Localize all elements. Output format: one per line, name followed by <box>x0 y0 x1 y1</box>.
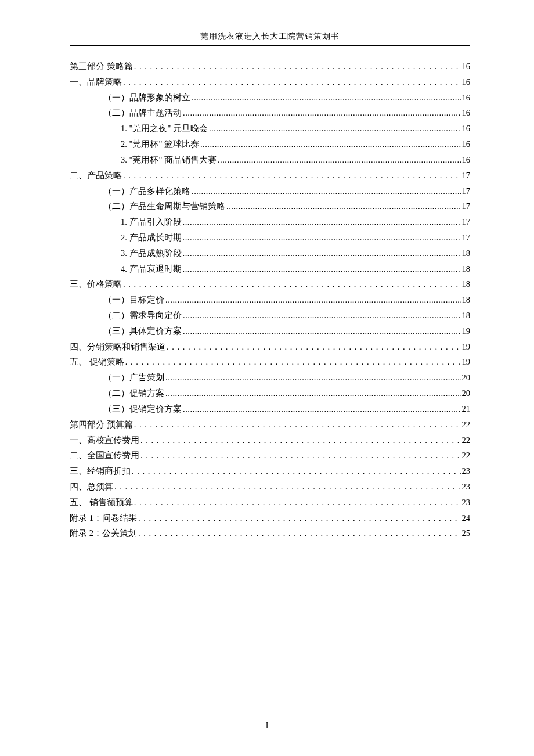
toc-entry-label: （一）产品多样化策略 <box>103 183 190 199</box>
toc-entry: （二）需求导向定价18 <box>70 308 470 323</box>
toc-entry-page: 17 <box>462 199 471 214</box>
toc-leader-dots <box>165 370 461 386</box>
toc-entry-label: （二）产品生命周期与营销策略 <box>103 199 225 214</box>
toc-entry-label: 附录 2：公关策划 <box>70 525 137 541</box>
toc-entry-label: 二、产品策略 <box>70 168 122 183</box>
toc-entry-label: 一、高校宣传费用 <box>70 433 139 448</box>
toc-leader-dots <box>138 510 461 526</box>
toc-entry-label: （一）品牌形象的树立 <box>103 90 190 106</box>
toc-entry-label: 三、经销商折扣 <box>70 463 131 479</box>
toc-entry-page: 16 <box>462 74 471 90</box>
toc-entry: 四、总预算23 <box>70 479 470 495</box>
toc-entry: 一、品牌策略16 <box>70 74 470 90</box>
toc-leader-dots <box>183 214 461 230</box>
page-number: I <box>0 721 534 730</box>
toc-leader-dots <box>192 90 461 106</box>
toc-leader-dots <box>200 136 461 152</box>
toc-entry: （二）产品生命周期与营销策略17 <box>70 199 470 214</box>
toc-leader-dots <box>183 261 461 277</box>
toc-entry-page: 17 <box>462 214 471 230</box>
toc-leader-dots <box>183 308 461 323</box>
toc-entry-page: 24 <box>462 510 471 526</box>
toc-leader-dots <box>192 183 461 199</box>
toc-entry: 附录 1：问卷结果24 <box>70 510 470 526</box>
toc-entry-page: 18 <box>462 292 471 308</box>
toc-entry-page: 16 <box>462 152 471 168</box>
toc-entry: 三、价格策略18 <box>70 276 470 292</box>
toc-leader-dots <box>218 152 461 168</box>
toc-entry: 3. 产品成熟阶段18 <box>70 246 470 261</box>
toc-entry-page: 17 <box>462 168 471 183</box>
toc-entry-label: （一）目标定价 <box>103 292 164 308</box>
toc-entry-label: 四、总预算 <box>70 479 113 495</box>
toc-leader-dots <box>140 433 461 448</box>
toc-entry-page: 16 <box>462 121 471 136</box>
toc-entry: （三）促销定价方案21 <box>70 401 470 417</box>
toc-entry: （一）品牌形象的树立16 <box>70 90 470 106</box>
toc-entry: 第三部分 策略篇16 <box>70 59 470 74</box>
toc-entry-page: 16 <box>462 59 471 74</box>
toc-entry-page: 16 <box>462 105 471 121</box>
toc-entry-label: 第四部分 预算篇 <box>70 417 133 433</box>
toc-leader-dots <box>140 448 461 463</box>
toc-entry-page: 22 <box>462 433 471 448</box>
toc-leader-dots <box>114 479 461 495</box>
toc-entry: 2. 产品成长时期17 <box>70 230 470 246</box>
toc-leader-dots <box>167 339 461 355</box>
toc-leader-dots <box>183 401 461 417</box>
toc-entry-label: 2. 产品成长时期 <box>121 230 182 246</box>
toc-entry-page: 19 <box>462 354 471 370</box>
toc-entry-label: 五、 促销策略 <box>70 354 124 370</box>
toc-leader-dots <box>125 354 461 370</box>
toc-entry-page: 16 <box>462 90 471 106</box>
toc-entry: 三、经销商折扣23 <box>70 463 470 479</box>
table-of-contents: 第三部分 策略篇16一、品牌策略16（一）品牌形象的树立16（二）品牌主题活动1… <box>70 59 470 541</box>
toc-leader-dots <box>165 292 461 308</box>
toc-entry: 一、高校宣传费用22 <box>70 433 470 448</box>
toc-entry-label: 二、全国宣传费用 <box>70 448 139 463</box>
toc-entry-page: 25 <box>462 525 471 541</box>
toc-entry-label: 第三部分 策略篇 <box>70 59 133 74</box>
toc-leader-dots <box>209 121 461 136</box>
toc-leader-dots <box>183 246 461 261</box>
toc-entry-page: 18 <box>462 276 471 292</box>
page-header-title: 莞用洗衣液进入长大工院营销策划书 <box>70 31 470 46</box>
document-page: 莞用洗衣液进入长大工院营销策划书 第三部分 策略篇16一、品牌策略16（一）品牌… <box>0 0 534 756</box>
toc-entry-label: 4. 产品衰退时期 <box>121 261 182 277</box>
toc-entry: 五、 促销策略19 <box>70 354 470 370</box>
toc-entry-label: （三）促销定价方案 <box>103 401 182 417</box>
toc-entry-label: 2. "莞用杯" 篮球比赛 <box>121 136 199 152</box>
toc-entry: 二、全国宣传费用22 <box>70 448 470 463</box>
toc-entry-page: 16 <box>462 136 471 152</box>
toc-leader-dots <box>134 495 461 510</box>
toc-entry: 4. 产品衰退时期18 <box>70 261 470 277</box>
toc-entry-page: 18 <box>462 246 471 261</box>
toc-entry: 第四部分 预算篇22 <box>70 417 470 433</box>
toc-entry: 1. 产品引入阶段17 <box>70 214 470 230</box>
toc-leader-dots <box>132 463 461 479</box>
toc-entry: 五、 销售额预算23 <box>70 495 470 510</box>
toc-leader-dots <box>134 59 461 74</box>
toc-entry: 四、分销策略和销售渠道19 <box>70 339 470 355</box>
toc-entry: （二）品牌主题活动16 <box>70 105 470 121</box>
toc-leader-dots <box>134 417 461 433</box>
toc-entry-label: 1. 产品引入阶段 <box>121 214 182 230</box>
toc-entry-page: 18 <box>462 261 471 277</box>
toc-leader-dots <box>138 525 461 541</box>
toc-entry-page: 21 <box>462 401 471 417</box>
toc-entry-label: 3. "莞用杯" 商品销售大赛 <box>121 152 217 168</box>
toc-entry: 3. "莞用杯" 商品销售大赛16 <box>70 152 470 168</box>
toc-entry-label: 一、品牌策略 <box>70 74 122 90</box>
toc-leader-dots <box>123 276 461 292</box>
toc-entry: （二）促销方案20 <box>70 386 470 401</box>
toc-entry-label: 附录 1：问卷结果 <box>70 510 137 526</box>
toc-leader-dots <box>183 230 461 246</box>
toc-entry: （一）产品多样化策略17 <box>70 183 470 199</box>
toc-entry-page: 22 <box>462 417 471 433</box>
toc-entry: （一）广告策划20 <box>70 370 470 386</box>
toc-entry: （三）具体定价方案19 <box>70 323 470 339</box>
toc-entry-page: 19 <box>462 339 471 355</box>
toc-entry: （一）目标定价18 <box>70 292 470 308</box>
toc-entry-label: （三）具体定价方案 <box>103 323 182 339</box>
toc-entry-label: 3. 产品成熟阶段 <box>121 246 182 261</box>
